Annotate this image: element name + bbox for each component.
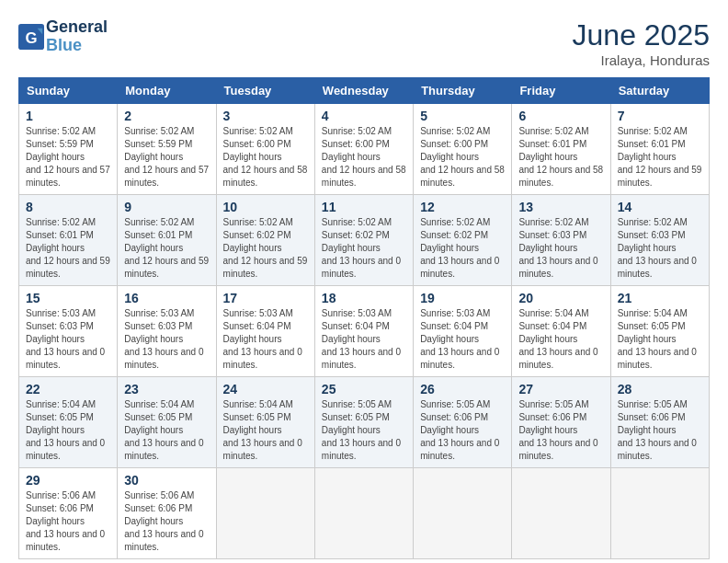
day-info: Sunrise: 5:02 AMSunset: 6:03 PMDaylight …	[618, 216, 702, 281]
day-info: Sunrise: 5:02 AMSunset: 6:02 PMDaylight …	[420, 216, 505, 281]
calendar-cell: 14 Sunrise: 5:02 AMSunset: 6:03 PMDaylig…	[610, 195, 709, 286]
location-subtitle: Iralaya, Honduras	[573, 52, 710, 68]
day-info: Sunrise: 5:05 AMSunset: 6:06 PMDaylight …	[518, 398, 603, 463]
calendar-cell	[314, 468, 413, 559]
day-info: Sunrise: 5:02 AMSunset: 6:00 PMDaylight …	[420, 125, 505, 190]
day-number: 12	[420, 200, 505, 214]
day-number: 29	[26, 473, 110, 488]
day-number: 2	[124, 109, 209, 123]
calendar-cell: 8 Sunrise: 5:02 AMSunset: 6:01 PMDayligh…	[19, 195, 118, 286]
day-info: Sunrise: 5:03 AMSunset: 6:03 PMDaylight …	[26, 307, 110, 372]
calendar-week-5: 29 Sunrise: 5:06 AMSunset: 6:06 PMDaylig…	[19, 468, 710, 559]
calendar-cell: 7 Sunrise: 5:02 AMSunset: 6:01 PMDayligh…	[610, 104, 709, 195]
weekday-header-monday: Monday	[118, 78, 216, 104]
page-header: G General Blue June 2025 Iralaya, Hondur…	[18, 18, 710, 68]
day-info: Sunrise: 5:06 AMSunset: 6:06 PMDaylight …	[26, 489, 110, 554]
calendar-cell: 6 Sunrise: 5:02 AMSunset: 6:01 PMDayligh…	[512, 104, 610, 195]
day-number: 14	[618, 200, 702, 214]
day-number: 18	[322, 291, 406, 305]
calendar-cell: 23 Sunrise: 5:04 AMSunset: 6:05 PMDaylig…	[118, 377, 216, 468]
calendar-cell	[414, 468, 512, 559]
calendar-cell: 27 Sunrise: 5:05 AMSunset: 6:06 PMDaylig…	[512, 377, 610, 468]
calendar-cell: 1 Sunrise: 5:02 AMSunset: 5:59 PMDayligh…	[19, 104, 118, 195]
calendar-body: 1 Sunrise: 5:02 AMSunset: 5:59 PMDayligh…	[19, 104, 710, 559]
calendar-cell: 28 Sunrise: 5:05 AMSunset: 6:06 PMDaylig…	[610, 377, 709, 468]
day-number: 7	[618, 109, 702, 123]
day-info: Sunrise: 5:06 AMSunset: 6:06 PMDaylight …	[124, 489, 209, 554]
day-number: 26	[420, 382, 505, 396]
day-number: 27	[518, 382, 603, 396]
day-info: Sunrise: 5:02 AMSunset: 6:02 PMDaylight …	[223, 216, 308, 281]
day-number: 1	[26, 109, 110, 123]
day-number: 10	[223, 200, 308, 214]
day-number: 5	[420, 109, 505, 123]
day-info: Sunrise: 5:04 AMSunset: 6:05 PMDaylight …	[124, 398, 209, 463]
day-number: 13	[518, 200, 603, 214]
day-info: Sunrise: 5:03 AMSunset: 6:04 PMDaylight …	[223, 307, 308, 372]
day-number: 19	[420, 291, 505, 305]
calendar-cell: 26 Sunrise: 5:05 AMSunset: 6:06 PMDaylig…	[414, 377, 512, 468]
day-number: 16	[124, 291, 209, 305]
calendar-header-row: SundayMondayTuesdayWednesdayThursdayFrid…	[19, 78, 710, 104]
day-number: 24	[223, 382, 308, 396]
day-info: Sunrise: 5:02 AMSunset: 6:01 PMDaylight …	[518, 125, 603, 190]
calendar-cell: 20 Sunrise: 5:04 AMSunset: 6:04 PMDaylig…	[512, 286, 610, 377]
day-info: Sunrise: 5:04 AMSunset: 6:05 PMDaylight …	[223, 398, 308, 463]
day-info: Sunrise: 5:02 AMSunset: 5:59 PMDaylight …	[124, 125, 209, 190]
day-number: 9	[124, 200, 209, 214]
calendar-cell: 11 Sunrise: 5:02 AMSunset: 6:02 PMDaylig…	[314, 195, 413, 286]
day-info: Sunrise: 5:03 AMSunset: 6:04 PMDaylight …	[420, 307, 505, 372]
calendar-cell: 21 Sunrise: 5:04 AMSunset: 6:05 PMDaylig…	[610, 286, 709, 377]
month-title: June 2025	[573, 18, 710, 52]
day-number: 8	[26, 200, 110, 214]
calendar-table: SundayMondayTuesdayWednesdayThursdayFrid…	[18, 77, 710, 559]
day-info: Sunrise: 5:03 AMSunset: 6:04 PMDaylight …	[322, 307, 406, 372]
calendar-week-2: 8 Sunrise: 5:02 AMSunset: 6:01 PMDayligh…	[19, 195, 710, 286]
logo: G General Blue	[18, 18, 108, 55]
day-number: 22	[26, 382, 110, 396]
title-block: June 2025 Iralaya, Honduras	[573, 18, 710, 68]
day-number: 6	[518, 109, 603, 123]
day-number: 15	[26, 291, 110, 305]
weekday-header-wednesday: Wednesday	[314, 78, 413, 104]
day-info: Sunrise: 5:05 AMSunset: 6:05 PMDaylight …	[322, 398, 406, 463]
calendar-cell: 18 Sunrise: 5:03 AMSunset: 6:04 PMDaylig…	[314, 286, 413, 377]
day-info: Sunrise: 5:02 AMSunset: 6:01 PMDaylight …	[124, 216, 209, 281]
day-info: Sunrise: 5:02 AMSunset: 5:59 PMDaylight …	[26, 125, 110, 190]
day-number: 3	[223, 109, 308, 123]
weekday-header-tuesday: Tuesday	[216, 78, 314, 104]
day-number: 28	[618, 382, 702, 396]
calendar-cell: 5 Sunrise: 5:02 AMSunset: 6:00 PMDayligh…	[414, 104, 512, 195]
calendar-cell: 25 Sunrise: 5:05 AMSunset: 6:05 PMDaylig…	[314, 377, 413, 468]
day-number: 20	[518, 291, 603, 305]
day-info: Sunrise: 5:02 AMSunset: 6:00 PMDaylight …	[223, 125, 308, 190]
calendar-cell	[610, 468, 709, 559]
calendar-cell: 15 Sunrise: 5:03 AMSunset: 6:03 PMDaylig…	[19, 286, 118, 377]
calendar-week-4: 22 Sunrise: 5:04 AMSunset: 6:05 PMDaylig…	[19, 377, 710, 468]
day-info: Sunrise: 5:02 AMSunset: 6:01 PMDaylight …	[26, 216, 110, 281]
calendar-cell: 10 Sunrise: 5:02 AMSunset: 6:02 PMDaylig…	[216, 195, 314, 286]
calendar-cell: 4 Sunrise: 5:02 AMSunset: 6:00 PMDayligh…	[314, 104, 413, 195]
calendar-cell: 12 Sunrise: 5:02 AMSunset: 6:02 PMDaylig…	[414, 195, 512, 286]
weekday-header-sunday: Sunday	[19, 78, 118, 104]
day-info: Sunrise: 5:04 AMSunset: 6:04 PMDaylight …	[518, 307, 603, 372]
calendar-cell: 19 Sunrise: 5:03 AMSunset: 6:04 PMDaylig…	[414, 286, 512, 377]
calendar-cell: 3 Sunrise: 5:02 AMSunset: 6:00 PMDayligh…	[216, 104, 314, 195]
weekday-header-saturday: Saturday	[610, 78, 709, 104]
calendar-cell: 16 Sunrise: 5:03 AMSunset: 6:03 PMDaylig…	[118, 286, 216, 377]
calendar-cell: 24 Sunrise: 5:04 AMSunset: 6:05 PMDaylig…	[216, 377, 314, 468]
day-number: 25	[322, 382, 406, 396]
calendar-cell: 30 Sunrise: 5:06 AMSunset: 6:06 PMDaylig…	[118, 468, 216, 559]
day-info: Sunrise: 5:04 AMSunset: 6:05 PMDaylight …	[618, 307, 702, 372]
day-info: Sunrise: 5:02 AMSunset: 6:00 PMDaylight …	[322, 125, 406, 190]
calendar-cell: 17 Sunrise: 5:03 AMSunset: 6:04 PMDaylig…	[216, 286, 314, 377]
logo-line2: Blue	[46, 37, 108, 55]
calendar-cell: 9 Sunrise: 5:02 AMSunset: 6:01 PMDayligh…	[118, 195, 216, 286]
day-number: 4	[322, 109, 406, 123]
day-info: Sunrise: 5:05 AMSunset: 6:06 PMDaylight …	[618, 398, 702, 463]
calendar-cell: 29 Sunrise: 5:06 AMSunset: 6:06 PMDaylig…	[19, 468, 118, 559]
day-info: Sunrise: 5:02 AMSunset: 6:02 PMDaylight …	[322, 216, 406, 281]
day-info: Sunrise: 5:03 AMSunset: 6:03 PMDaylight …	[124, 307, 209, 372]
calendar-cell: 13 Sunrise: 5:02 AMSunset: 6:03 PMDaylig…	[512, 195, 610, 286]
calendar-cell: 2 Sunrise: 5:02 AMSunset: 5:59 PMDayligh…	[118, 104, 216, 195]
